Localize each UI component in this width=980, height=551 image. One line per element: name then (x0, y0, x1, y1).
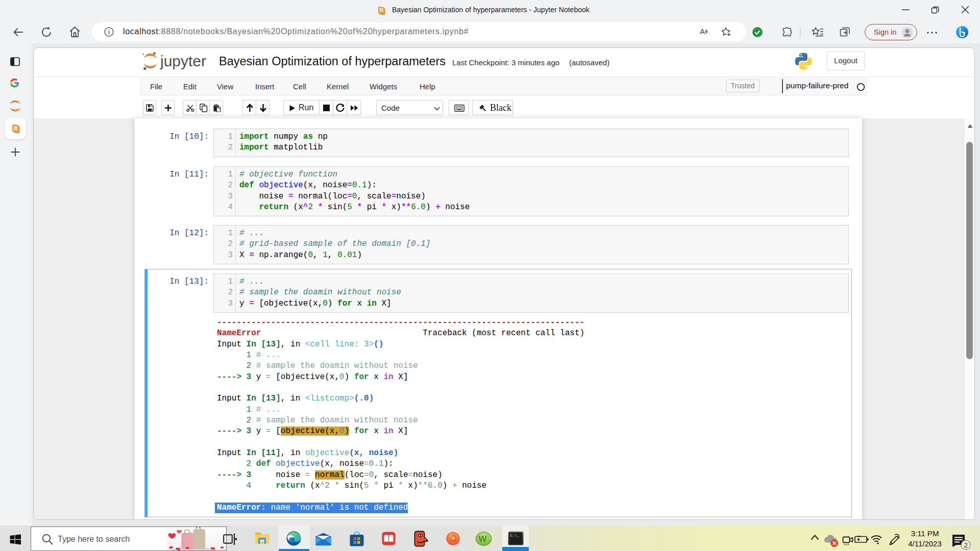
svg-text:A: A (700, 27, 705, 36)
svg-text:W: W (479, 534, 487, 544)
svg-text:C:\_: C:\_ (510, 534, 520, 538)
svg-text:2: 2 (964, 542, 968, 549)
